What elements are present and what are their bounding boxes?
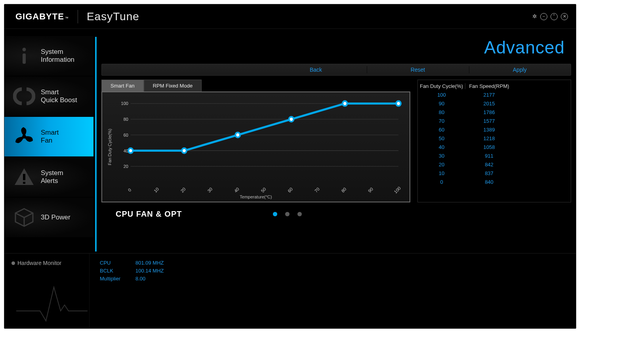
stats-row: CPU801.09 MHZ (100, 260, 164, 268)
hardware-monitor-label: Hardware Monitor (17, 260, 61, 266)
svg-rect-4 (23, 182, 25, 184)
table-header: Fan Duty Cycle(%) Fan Speed(RPM) (418, 82, 571, 90)
svg-text:20: 20 (124, 164, 128, 169)
tab-smart-fan[interactable]: Smart Fan (101, 80, 144, 91)
sidebar-item-label: 3D Power (41, 213, 70, 221)
pager-dot-2[interactable] (285, 212, 290, 216)
cell-duty: 20 (418, 162, 465, 168)
window-controls: ✲ − ˄ ✕ (532, 13, 568, 20)
svg-text:80: 80 (124, 117, 128, 122)
settings-icon[interactable]: ✲ (532, 13, 537, 20)
svg-text:100: 100 (121, 101, 128, 106)
action-spacer (102, 64, 265, 75)
record-dot-icon (11, 261, 15, 265)
hardware-monitor-panel[interactable]: Hardware Monitor (4, 253, 90, 328)
back-button[interactable]: Back (265, 64, 367, 75)
panel-row: Smart Fan RPM Fixed Mode Fan Duty Cycle(… (100, 80, 573, 202)
sidebar-item-system-information[interactable]: System Information (4, 36, 93, 76)
svg-text:70: 70 (314, 187, 320, 194)
fan-group-label: CPU FAN & OPT (116, 210, 182, 219)
table-row: 30911 (418, 151, 571, 160)
action-bar: Back Reset Apply (101, 64, 571, 76)
stats-key: BCLK (100, 268, 135, 276)
cell-rpm: 842 (465, 162, 513, 168)
close-button[interactable]: ✕ (561, 13, 568, 20)
svg-text:100: 100 (393, 186, 402, 194)
cell-rpm: 911 (465, 153, 513, 159)
svg-point-28 (235, 132, 240, 137)
tab-rpm-fixed[interactable]: RPM Fixed Mode (144, 80, 202, 91)
svg-text:20: 20 (180, 187, 187, 194)
mode-tabs: Smart Fan RPM Fixed Mode (101, 80, 410, 91)
cell-duty: 70 (418, 118, 465, 124)
cell-rpm: 1577 (465, 118, 513, 124)
page-title: Advanced (100, 29, 573, 64)
svg-text:90: 90 (367, 187, 374, 194)
table-row: 701577 (418, 116, 571, 125)
svg-text:0: 0 (127, 187, 132, 192)
table-row: 401058 (418, 143, 571, 151)
alert-icon (13, 166, 35, 188)
svg-point-27 (182, 148, 187, 153)
svg-rect-3 (23, 174, 25, 180)
trademark-symbol: ™ (65, 16, 69, 20)
table-row: 801786 (418, 108, 571, 116)
chart-block: Smart Fan RPM Fixed Mode Fan Duty Cycle(… (101, 80, 410, 202)
fan-group-pager (273, 212, 302, 216)
maximize-button[interactable]: ˄ (551, 13, 558, 20)
minimize-button[interactable]: − (540, 13, 547, 20)
cell-duty: 40 (418, 144, 465, 150)
apply-button[interactable]: Apply (469, 64, 571, 75)
sidebar-item-3d-power[interactable]: 3D Power (4, 198, 93, 237)
reset-button[interactable]: Reset (367, 64, 469, 75)
table-row: 601389 (418, 125, 571, 134)
stats-value: 8.00 (135, 276, 145, 284)
system-stats: CPU801.09 MHZBCLK100.14 MHZMultiplier8.0… (90, 253, 164, 328)
cell-rpm: 1786 (465, 109, 513, 115)
hardware-monitor-title: Hardware Monitor (11, 260, 85, 266)
cell-duty: 0 (418, 179, 465, 185)
sidebar-item-smart-quick-boost[interactable]: Smart Quick Boost (4, 76, 93, 116)
table-row: 902015 (418, 99, 571, 108)
pager-dot-1[interactable] (273, 212, 277, 216)
svg-text:50: 50 (260, 187, 267, 194)
cell-duty: 80 (418, 109, 465, 115)
stats-value: 100.14 MHZ (135, 268, 164, 276)
sidebar-item-label: Smart Quick Boost (41, 88, 77, 104)
cell-duty: 60 (418, 127, 465, 133)
fan-icon (13, 126, 35, 148)
fan-speed-table: Fan Duty Cycle(%) Fan Speed(RPM) 1002177… (417, 80, 571, 202)
stats-value: 801.09 MHZ (135, 260, 164, 268)
cell-rpm: 1058 (465, 144, 513, 150)
table-row: 20842 (418, 160, 571, 169)
sidebar-item-smart-fan[interactable]: Smart Fan (4, 117, 93, 156)
table-row: 1002177 (418, 90, 571, 99)
cell-duty: 10 (418, 170, 465, 176)
cell-duty: 30 (418, 153, 465, 159)
cell-rpm: 1389 (465, 127, 513, 133)
info-icon (13, 45, 35, 67)
stats-row: Multiplier8.00 (100, 276, 164, 284)
cube-icon (13, 206, 35, 229)
sidebar-item-label: System Alerts (41, 169, 63, 185)
content-area: Advanced Back Reset Apply Smart Fan RPM … (97, 29, 576, 253)
col-rpm-header: Fan Speed(RPM) (465, 83, 513, 89)
svg-rect-1 (23, 53, 26, 64)
chart-xlabel: Temperature(°C) (240, 194, 272, 199)
pager-dot-3[interactable] (297, 212, 302, 216)
app-name: EasyTune (87, 10, 139, 23)
fan-curve-chart[interactable]: Fan Duty Cycle(%) Temperature(°C) 204060… (101, 91, 410, 202)
sidebar-item-label: System Information (41, 48, 74, 63)
brand-separator (78, 10, 78, 23)
sidebar-item-system-alerts[interactable]: System Alerts (4, 157, 93, 197)
brand-logo: GIGABYTE ™ (15, 11, 69, 22)
svg-text:60: 60 (124, 133, 128, 137)
svg-text:80: 80 (341, 187, 347, 194)
footer: Hardware Monitor CPU801.09 MHZBCLK100.14… (4, 253, 576, 328)
table-row: 10837 (418, 169, 571, 177)
svg-point-31 (396, 101, 401, 106)
brand-text: GIGABYTE (15, 11, 64, 22)
main-area: System Information Smart Quick Boost (4, 29, 576, 253)
stats-row: BCLK100.14 MHZ (100, 268, 164, 276)
stats-key: Multiplier (100, 276, 135, 284)
